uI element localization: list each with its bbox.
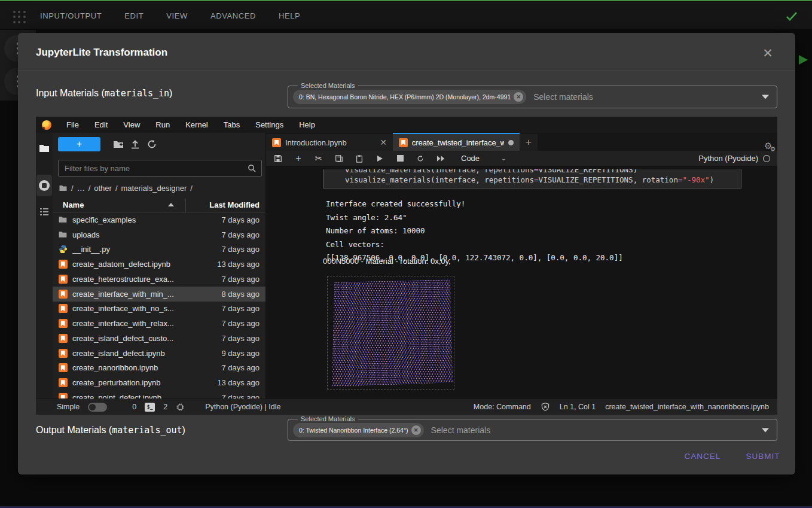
jupyter-menubar: FileEditViewRunKernelTabsSettingsHelp (36, 117, 777, 133)
new-tab-button[interactable]: + (520, 134, 538, 151)
breadcrumb-item[interactable]: materials_designer (121, 184, 187, 193)
cursor-position[interactable]: Ln 1, Col 1 (560, 403, 596, 411)
stop-kernel-icon[interactable] (395, 154, 405, 163)
home-folder-icon[interactable] (59, 184, 68, 193)
table-of-contents-icon[interactable] (38, 206, 50, 218)
file-modified: 7 days ago (221, 230, 260, 239)
restart-kernel-icon[interactable] (416, 154, 425, 163)
cancel-button[interactable]: CANCEL (683, 452, 722, 461)
material-chip[interactable]: 0: BN, Hexagonal Boron Nitride, HEX (P6/… (293, 90, 526, 104)
output-materials-select[interactable]: Selected Materials 0: Twisted Nanoribbon… (288, 419, 777, 441)
tab-close-icon[interactable]: ✕ (380, 138, 387, 147)
tab-introduction[interactable]: Introduction.ipynb ✕ (266, 134, 393, 151)
file-row[interactable]: create_island_defect_custo...7 days ago (53, 331, 265, 346)
sort-asc-icon (168, 203, 174, 206)
simple-mode-toggle[interactable] (88, 403, 107, 412)
dialog-title: JupyterLite Transformation (36, 47, 167, 59)
refresh-icon[interactable] (146, 138, 158, 150)
file-row[interactable]: create_perturbation.ipynb13 days ago (53, 375, 265, 390)
crystal-lattice-canvas (328, 277, 454, 390)
close-icon[interactable]: ✕ (761, 47, 775, 61)
file-list: specific_examples7 days agouploads7 days… (53, 212, 265, 399)
submit-button[interactable]: SUBMIT (744, 452, 782, 461)
paste-cells-icon[interactable] (355, 154, 364, 163)
file-modified: 7 days ago (221, 334, 260, 343)
chevron-down-icon[interactable] (762, 95, 769, 99)
file-name: create_interface_with_no_s... (72, 304, 221, 313)
app-menu-help[interactable]: HELP (279, 11, 300, 20)
modified-column-header[interactable]: Last Modified (209, 200, 260, 209)
breadcrumb-item[interactable]: other (94, 184, 112, 193)
file-row[interactable]: create_heterostructure_exa...7 days ago (53, 272, 265, 287)
kernel-status-text[interactable]: Python (Pyodide) | Idle (205, 403, 280, 411)
chevron-down-icon[interactable]: ⌄ (501, 155, 506, 162)
file-modified: 9 days ago (221, 349, 260, 358)
code-line: visualize_materials(interface, repetitio… (345, 175, 735, 185)
untrusted-shield-icon[interactable] (541, 402, 550, 412)
file-row[interactable]: create_interface_with_min_...8 days ago (53, 287, 265, 302)
notebook-icon (399, 138, 408, 147)
new-folder-icon[interactable] (112, 138, 124, 150)
code-cell[interactable]: visualize_materials(interface, repetitio… (323, 169, 741, 188)
notebook-content[interactable]: visualize_materials(interface, repetitio… (266, 169, 777, 399)
new-launcher-button[interactable]: + (58, 137, 100, 151)
copy-cells-icon[interactable] (334, 154, 344, 163)
file-row[interactable]: specific_examples7 days ago (53, 212, 265, 227)
success-check-icon[interactable] (784, 9, 799, 23)
app-grid-icon[interactable] (13, 11, 26, 24)
kernel-selector[interactable]: Python (Pyodide) (698, 154, 777, 163)
chip-remove-icon[interactable]: ✕ (514, 92, 523, 102)
jupyter-menu-view[interactable]: View (115, 120, 148, 129)
code-line: visualize_materials(interface, repetitio… (345, 169, 735, 175)
breadcrumb-item[interactable]: … (77, 184, 85, 193)
jupyter-menu-run[interactable]: Run (148, 120, 178, 129)
unsaved-dot-icon (508, 140, 514, 145)
chip-remove-icon[interactable]: ✕ (411, 425, 421, 435)
jupyter-menu-settings[interactable]: Settings (248, 120, 291, 129)
input-materials-select[interactable]: Selected Materials 0: BN, Hexagonal Boro… (288, 86, 777, 108)
play-triangle-icon[interactable] (799, 55, 808, 65)
terminals-count[interactable]: 0 (132, 403, 136, 411)
kernels-count[interactable]: 2 (163, 403, 167, 411)
jupyterlab-window: FileEditViewRunKernelTabsSettingsHelp + (36, 117, 777, 415)
input-label-prefix: Input Materials ( (36, 88, 105, 98)
app-top-bar: INPUT/OUTPUTEDITVIEWADVANCEDHELP (0, 0, 812, 29)
file-row[interactable]: create_island_defect.ipynb9 days ago (53, 346, 265, 361)
file-row[interactable]: create_interface_with_relax...7 days ago (53, 316, 265, 331)
chevron-down-icon[interactable] (762, 428, 769, 432)
material-chip[interactable]: 0: Twisted Nanoribbon Interface (2.64°) … (293, 423, 424, 437)
upload-icon[interactable] (129, 138, 141, 150)
jupyterlite-logo-icon (42, 120, 51, 130)
file-row[interactable]: uploads7 days ago (53, 227, 265, 242)
app-menu-input-output[interactable]: INPUT/OUTPUT (40, 11, 102, 20)
insert-cell-icon[interactable]: + (294, 154, 303, 163)
name-column-header[interactable]: Name (63, 200, 84, 209)
jupyter-menu-help[interactable]: Help (291, 120, 323, 129)
figure-caption: 000N5000 - Material - rotation: 0x,0y, (323, 257, 451, 266)
file-row[interactable]: __init__.py7 days ago (53, 242, 265, 257)
file-browser-panel: + Filter files by name /…/other/mate (53, 133, 266, 399)
save-icon[interactable] (273, 154, 283, 163)
settings-gears-icon[interactable]: ⚙⚙ (764, 141, 778, 151)
jupyter-menu-tabs[interactable]: Tabs (216, 120, 248, 129)
running-sessions-tile[interactable] (36, 175, 52, 196)
run-cell-icon[interactable] (375, 154, 384, 163)
filter-files-input[interactable]: Filter files by name (58, 160, 262, 177)
app-menu-view[interactable]: VIEW (166, 11, 188, 20)
file-modified: 7 days ago (221, 304, 260, 313)
tab-create-twisted-interface[interactable]: create_twisted_interface_w (393, 133, 520, 151)
app-menu-edit[interactable]: EDIT (124, 11, 144, 20)
cell-type-dropdown[interactable]: Code (461, 154, 480, 163)
cut-cells-icon[interactable]: ✂ (314, 154, 323, 163)
jupyter-menu-file[interactable]: File (59, 120, 87, 129)
file-row[interactable]: create_point_defect.ipynb7 days ago (53, 390, 265, 399)
jupyter-menu-edit[interactable]: Edit (87, 120, 115, 129)
restart-run-all-icon[interactable] (436, 154, 445, 163)
jupyter-menu-kernel[interactable]: Kernel (178, 120, 216, 129)
output-label-prefix: Output Materials ( (36, 425, 112, 435)
file-row[interactable]: create_interface_with_no_s...7 days ago (53, 302, 265, 317)
file-browser-icon[interactable] (38, 142, 50, 154)
file-row[interactable]: create_adatom_defect.ipynb13 days ago (53, 257, 265, 272)
file-row[interactable]: create_nanoribbon.ipynb7 days ago (53, 361, 265, 376)
app-menu-advanced[interactable]: ADVANCED (210, 11, 256, 20)
